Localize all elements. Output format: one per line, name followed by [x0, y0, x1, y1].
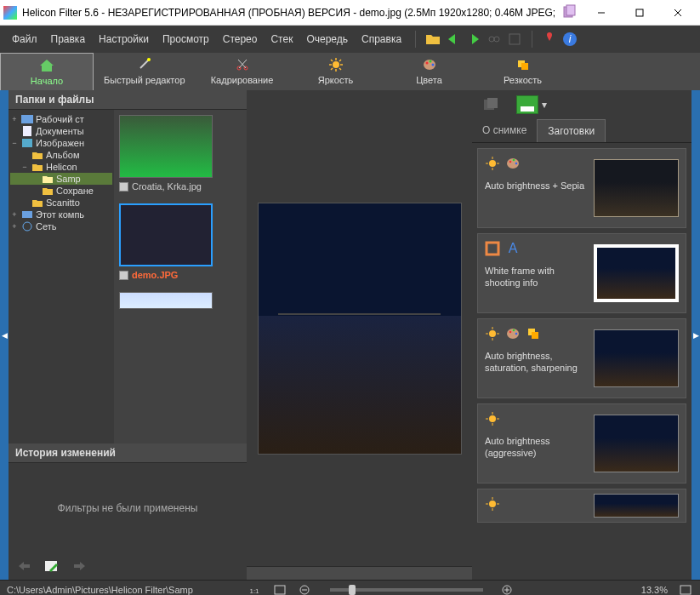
menu-settings[interactable]: Настройки — [94, 30, 154, 49]
thumb-item[interactable] — [119, 292, 242, 309]
tab-sharpness[interactable]: Резкость — [476, 53, 570, 90]
text-icon: A — [505, 241, 521, 260]
preset-item[interactable]: Auto brightness + Sepia — [477, 148, 686, 228]
frame-icon — [485, 241, 500, 260]
preset-item[interactable] — [477, 489, 686, 523]
zoom-value: 13.3% — [641, 585, 668, 595]
tab-presets[interactable]: Заготовки — [537, 119, 606, 142]
tree-album[interactable]: Альбом — [46, 150, 79, 160]
window-title: Helicon Filter 5.6 - НЕЗАРЕГИСТРИРОВАННА… — [22, 7, 558, 19]
zoom-1to1-icon[interactable]: 1:1 — [247, 583, 262, 596]
wand-icon — [137, 58, 152, 73]
preset-item[interactable]: A White frame with shooting info — [477, 233, 686, 313]
sun-icon — [485, 496, 500, 512]
tree-desktop[interactable]: Рабочий ст — [36, 114, 84, 124]
svg-point-40 — [489, 160, 496, 167]
documents-icon[interactable] — [561, 4, 578, 21]
tree-scanitto[interactable]: Scanitto — [46, 197, 80, 208]
back-icon[interactable] — [445, 31, 462, 48]
link-icon[interactable] — [486, 31, 503, 48]
menu-queue[interactable]: Очередь — [301, 30, 353, 49]
svg-point-27 — [425, 62, 428, 65]
svg-point-47 — [513, 159, 515, 162]
svg-point-58 — [513, 329, 515, 332]
svg-point-7 — [494, 37, 499, 42]
tab-about-image[interactable]: О снимке — [472, 119, 537, 142]
svg-line-11 — [140, 60, 149, 68]
zoom-fit-icon[interactable] — [272, 583, 287, 596]
svg-rect-61 — [532, 332, 538, 339]
thumbnail-list: Croatia, Krka.jpg demo.JPG — [114, 110, 247, 443]
tab-crop[interactable]: Кадрирование — [196, 53, 289, 90]
svg-rect-31 — [521, 63, 528, 70]
tree-network[interactable]: Сеть — [36, 221, 56, 232]
thumb-checkbox[interactable] — [119, 271, 128, 280]
batch-icon[interactable] — [482, 96, 501, 113]
svg-point-29 — [431, 64, 434, 66]
svg-point-36 — [23, 222, 31, 231]
svg-point-67 — [489, 501, 496, 507]
minimize-button[interactable] — [582, 1, 620, 25]
svg-rect-35 — [22, 211, 32, 218]
history-redo-icon[interactable] — [70, 557, 88, 575]
tree-thispc[interactable]: Этот компь — [36, 209, 84, 220]
preset-item[interactable]: Auto brightness (aggressive) — [477, 403, 686, 483]
tree-saved[interactable]: Сохране — [56, 186, 94, 196]
save-button[interactable]: ▾ — [516, 95, 547, 114]
dropdown-icon[interactable]: ▾ — [542, 99, 547, 111]
horizontal-scrollbar[interactable] — [247, 566, 472, 580]
menu-stack[interactable]: Стек — [265, 30, 298, 49]
svg-rect-32 — [21, 115, 33, 123]
zoom-knob[interactable] — [349, 585, 356, 595]
info-icon[interactable]: i — [561, 31, 578, 48]
tab-home[interactable]: Начало — [0, 53, 94, 90]
thumb-item[interactable]: demo.JPG — [119, 203, 242, 280]
preset-label: Auto brightness + Sepia — [485, 180, 587, 192]
panel-collapse-left[interactable]: ◀ — [0, 90, 9, 580]
thumb-image — [119, 115, 213, 178]
tree-samp[interactable]: Samp — [56, 174, 81, 184]
svg-line-25 — [339, 60, 341, 61]
preset-item[interactable]: Auto brightness, saturation, sharpening — [477, 318, 686, 398]
menu-view[interactable]: Просмотр — [157, 30, 214, 49]
pin-icon[interactable] — [541, 31, 558, 48]
zoom-in-icon[interactable] — [500, 583, 515, 596]
tree-documents[interactable]: Документы — [36, 126, 84, 136]
palette-icon — [505, 156, 521, 174]
tab-quick-editor[interactable]: Быстрый редактор — [94, 53, 196, 90]
zoom-out-icon[interactable] — [298, 583, 313, 596]
maximize-button[interactable] — [620, 1, 658, 25]
grid-icon[interactable] — [506, 31, 523, 48]
preset-thumb — [594, 494, 679, 518]
menu-edit[interactable]: Правка — [46, 30, 91, 49]
folder-tree[interactable]: +Рабочий ст Документы −Изображен Альбом … — [9, 110, 114, 443]
tree-helicon[interactable]: Helicon — [46, 162, 77, 172]
menu-help[interactable]: Справка — [356, 30, 407, 49]
zoom-slider[interactable] — [330, 588, 483, 592]
preview-image[interactable] — [258, 203, 462, 455]
fullscreen-icon[interactable] — [678, 583, 693, 596]
svg-point-28 — [429, 60, 431, 63]
history-undo-icon[interactable] — [15, 557, 34, 575]
open-folder-icon[interactable] — [424, 31, 441, 48]
tab-colors[interactable]: Цвета — [383, 53, 476, 90]
svg-line-22 — [331, 60, 333, 61]
tab-brightness[interactable]: Яркость — [289, 53, 383, 90]
thumb-checkbox[interactable] — [119, 182, 128, 192]
tool-tabs: Начало Быстрый редактор Кадрирование Ярк… — [0, 53, 700, 90]
svg-text:i: i — [569, 33, 572, 45]
history-apply-icon[interactable] — [43, 557, 61, 575]
tree-images[interactable]: Изображен — [36, 138, 84, 148]
menu-file[interactable]: Файл — [7, 30, 43, 49]
floppy-icon — [516, 95, 538, 114]
panel-collapse-right[interactable]: ▶ — [691, 90, 700, 580]
svg-rect-39 — [487, 98, 498, 108]
svg-point-57 — [509, 331, 512, 334]
thumb-item[interactable]: Croatia, Krka.jpg — [119, 115, 242, 192]
menu-stereo[interactable]: Стерео — [218, 30, 263, 49]
svg-point-46 — [509, 161, 512, 163]
svg-rect-79 — [680, 586, 691, 594]
menubar: Файл Правка Настройки Просмотр Стерео Ст… — [0, 26, 700, 53]
forward-icon[interactable] — [465, 31, 482, 48]
close-button[interactable] — [658, 1, 697, 25]
